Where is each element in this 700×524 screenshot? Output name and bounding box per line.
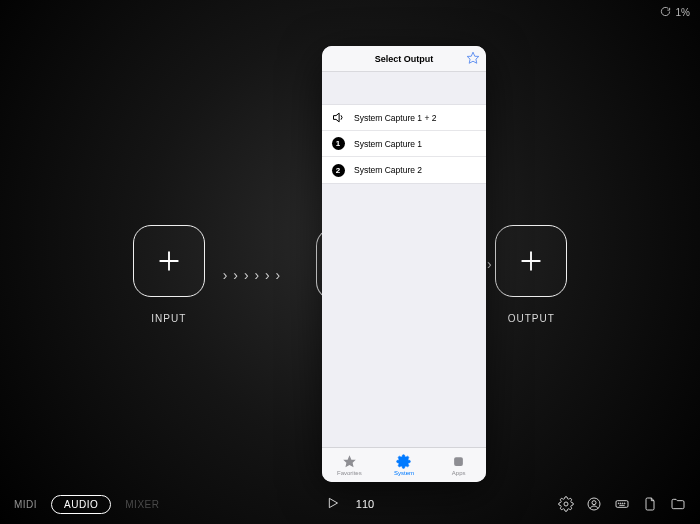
bottom-toolbar: MIDI AUDIO MIXER 110: [0, 484, 700, 524]
sync-icon: [660, 6, 671, 19]
output-list: System Capture 1 + 2 1 System Capture 1 …: [322, 104, 486, 184]
input-node: INPUT: [133, 225, 205, 324]
battery-percent: 1%: [676, 7, 690, 18]
profile-button[interactable]: [586, 496, 602, 512]
svg-point-15: [620, 503, 621, 504]
popover-title: Select Output: [375, 54, 434, 64]
speaker-icon: [330, 110, 346, 125]
mode-mixer-button[interactable]: MIXER: [125, 499, 159, 510]
tab-apps-label: Apps: [452, 470, 466, 476]
input-label: INPUT: [151, 313, 186, 324]
document-button[interactable]: [642, 496, 658, 512]
tab-favorites[interactable]: Favorites: [329, 454, 369, 476]
output-item-stereo[interactable]: System Capture 1 + 2: [322, 105, 486, 131]
favorite-star-button[interactable]: [466, 51, 480, 65]
output-item-1[interactable]: 1 System Capture 1: [322, 131, 486, 157]
output-item-label: System Capture 2: [354, 165, 422, 175]
svg-marker-4: [467, 52, 479, 63]
svg-point-14: [618, 503, 619, 504]
tab-system[interactable]: System: [384, 454, 424, 476]
play-button[interactable]: [326, 496, 340, 512]
output-item-2[interactable]: 2 System Capture 2: [322, 157, 486, 183]
tab-favorites-label: Favorites: [337, 470, 362, 476]
popover-tabbar: Favorites System Apps: [322, 447, 486, 482]
svg-point-12: [592, 501, 596, 505]
svg-marker-6: [343, 455, 356, 467]
settings-button[interactable]: [558, 496, 574, 512]
mode-audio-button[interactable]: AUDIO: [51, 495, 111, 514]
flow-arrows-left: › › › › › ›: [223, 267, 281, 283]
output-node: OUTPUT: [495, 225, 567, 324]
output-label: OUTPUT: [508, 313, 555, 324]
channel-1-icon: 1: [330, 137, 346, 150]
add-input-button[interactable]: [133, 225, 205, 297]
svg-point-16: [622, 503, 623, 504]
mode-midi-button[interactable]: MIDI: [14, 499, 37, 510]
add-output-button[interactable]: [495, 225, 567, 297]
svg-rect-13: [616, 501, 628, 508]
output-item-label: System Capture 1: [354, 139, 422, 149]
svg-marker-5: [333, 113, 339, 122]
tab-system-label: System: [394, 470, 414, 476]
svg-point-10: [564, 502, 568, 506]
folder-button[interactable]: [670, 496, 686, 512]
svg-rect-8: [454, 457, 463, 466]
output-item-label: System Capture 1 + 2: [354, 113, 436, 123]
svg-marker-9: [329, 498, 337, 507]
status-bar: 1%: [660, 6, 690, 19]
channel-2-icon: 2: [330, 164, 346, 177]
tab-apps[interactable]: Apps: [439, 454, 479, 476]
keyboard-button[interactable]: [614, 496, 630, 512]
popover-header: Select Output: [322, 46, 486, 72]
select-output-popover: Select Output System Capture 1 + 2 1 Sys…: [322, 46, 486, 482]
svg-point-17: [624, 503, 625, 504]
flow-arrows-right: ›: [487, 256, 492, 272]
tempo-value[interactable]: 110: [356, 498, 374, 510]
